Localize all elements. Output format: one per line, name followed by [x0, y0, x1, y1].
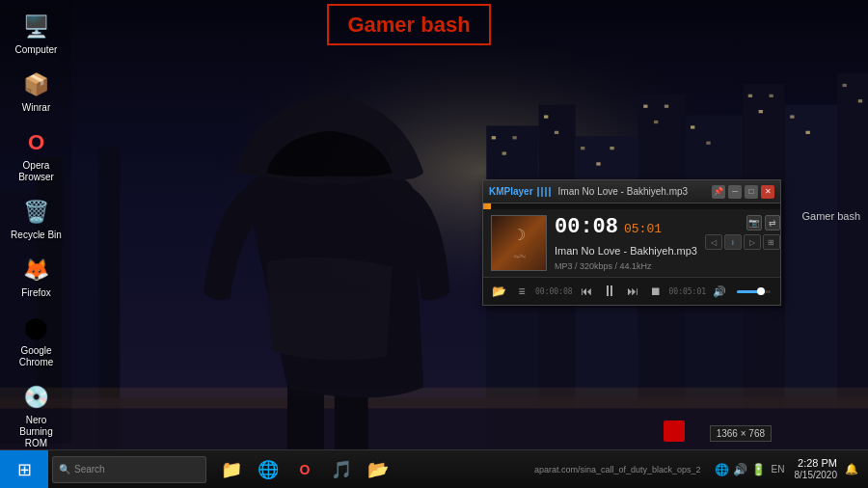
open-file-button[interactable]: 📂 [489, 282, 508, 301]
pb-icon-2[interactable]: I [724, 234, 742, 250]
maximize-button[interactable]: □ [745, 185, 758, 199]
album-art-decoration: ☽بخیه [512, 226, 526, 261]
gamer-bash-box: Gamer bash [327, 4, 491, 45]
taskbar-opera[interactable]: O [287, 452, 322, 487]
winrar-label: Winrar [22, 102, 50, 114]
opera-label: Opera Browser [10, 160, 64, 183]
system-clock[interactable]: 2:28 PM 8/15/2020 [795, 457, 838, 481]
svg-rect-28 [748, 95, 752, 97]
svg-rect-34 [858, 99, 862, 102]
svg-rect-15 [492, 136, 496, 139]
svg-rect-30 [769, 95, 773, 97]
kmplayer-window-controls: 📌 ─ □ ✕ [712, 185, 774, 199]
desktop-icon-recycle[interactable]: 🗑️ Recycle Bin [4, 193, 69, 245]
song-meta: MP3 / 320kbps / 44.1kHz [555, 261, 697, 271]
close-button[interactable]: ✕ [761, 185, 774, 199]
volume-button[interactable]: 🔊 [710, 282, 729, 301]
desktop-icon-opera[interactable]: O Opera Browser [4, 123, 69, 187]
seek-time-right: 00:05:01 [669, 287, 707, 296]
kmplayer-main-content: ☽بخیه 00:08 05:01 Iman No Love - Bakhiye… [483, 209, 780, 277]
volume-thumb [757, 287, 765, 295]
opera-icon: O [21, 127, 52, 158]
clock-date: 8/15/2020 [795, 470, 838, 481]
song-title: Iman No Love - Bakhiyeh.mp3 [555, 245, 697, 257]
computer-icon: 🖥️ [21, 12, 52, 42]
nero-label: Nero Burning ROM [10, 415, 64, 449]
video-icon[interactable]: 📷 [746, 215, 762, 230]
seek-time-left: 00:00:08 [535, 287, 573, 296]
desktop-icon-computer[interactable]: 🖥️ Computer [4, 8, 69, 60]
pb-icon-4[interactable]: ⊞ [763, 234, 780, 250]
equalizer-icon [537, 187, 553, 197]
pin-button[interactable]: 📌 [712, 185, 725, 199]
total-time: 05:01 [624, 222, 662, 236]
desktop-icon-nero[interactable]: 💿 Nero Burning ROM [4, 378, 69, 453]
kmplayer-controls-row1: 📂 ≡ 00:00:08 ⏮ ⏸ ⏭ ⏹ 00:05:01 🔊 [483, 277, 780, 305]
chrome-icon: ⬤ [21, 312, 52, 343]
prev-button[interactable]: ⏮ [577, 282, 596, 301]
svg-rect-24 [654, 121, 658, 123]
next-button[interactable]: ⏭ [623, 282, 642, 301]
kmplayer-logo: KMPlayer [489, 186, 533, 197]
svg-rect-25 [665, 105, 668, 108]
taskbar-tray: aparat.com/sina_call_of_duty_black_ops_2… [534, 457, 868, 481]
svg-rect-38 [0, 388, 868, 409]
desktop-sidebar: 🖥️ Computer 📦 Winrar O Opera Browser 🗑️ … [0, 0, 72, 444]
taskbar-edge[interactable]: 🌐 [251, 452, 285, 487]
network-icon[interactable]: 🌐 [715, 463, 729, 476]
svg-rect-22 [610, 147, 613, 149]
tray-icons: 🌐 🔊 🔋 [715, 463, 766, 476]
svg-rect-18 [544, 115, 548, 118]
svg-rect-32 [805, 131, 809, 134]
recycle-label: Recycle Bin [11, 230, 62, 241]
kmplayer-playback-speed-icons: ◁ I ▷ ⊞ [705, 234, 780, 250]
taskbar-search[interactable]: 🔍 Search [52, 456, 206, 483]
minimize-button[interactable]: ─ [728, 185, 742, 199]
tray-url-text: aparat.com/sina_call_of_duty_black_ops_2 [534, 465, 709, 474]
start-button[interactable]: ⊞ [0, 450, 48, 489]
svg-rect-27 [706, 142, 710, 145]
svg-rect-21 [596, 162, 600, 165]
resolution-indicator: 1366 × 768 [710, 425, 772, 442]
svg-rect-23 [643, 105, 647, 108]
svg-rect-26 [691, 125, 694, 128]
kmplayer-info: 00:08 05:01 Iman No Love - Bakhiyeh.mp3 … [555, 215, 697, 271]
desktop-icon-winrar[interactable]: 📦 Winrar [4, 66, 69, 118]
language-indicator[interactable]: EN [772, 464, 785, 474]
stop-button[interactable]: ⏹ [646, 282, 665, 301]
firefox-icon: 🦊 [21, 255, 52, 285]
tray-url-label: aparat.com/sina_call_of_duty_black_ops_2 [534, 465, 701, 474]
svg-rect-17 [512, 136, 516, 139]
svg-rect-31 [790, 115, 794, 118]
search-icon: 🔍 [59, 464, 70, 474]
taskbar-file-explorer[interactable]: 📁 [214, 452, 249, 487]
taskbar-media-player[interactable]: 🎵 [324, 452, 359, 487]
clock-time: 2:28 PM [798, 457, 837, 470]
volume-tray-icon[interactable]: 🔊 [733, 463, 747, 476]
shuffle-icon[interactable]: ⇄ [765, 215, 780, 230]
pb-icon-3[interactable]: ▷ [744, 234, 761, 250]
notification-icon[interactable]: 🔔 [843, 461, 860, 477]
desktop-icon-firefox[interactable]: 🦊 Firefox [4, 251, 69, 303]
progress-fill [483, 203, 491, 209]
play-pause-button[interactable]: ⏸ [600, 282, 619, 301]
firefox-label: Firefox [21, 287, 51, 299]
current-time: 00:08 [555, 215, 618, 239]
pb-icon-1[interactable]: ◁ [705, 234, 722, 250]
volume-seek-bar[interactable] [737, 290, 771, 293]
winrar-icon: 📦 [21, 69, 52, 100]
chrome-label: Google Chrome [10, 345, 64, 368]
kmplayer-right-icons: 📷 ⇄ [746, 215, 780, 230]
time-row: 00:08 05:01 [555, 215, 697, 239]
gamer-bash-right-label: Gamer bash [801, 210, 860, 222]
kmplayer-right-controls: 📷 ⇄ ◁ I ▷ ⊞ [705, 215, 780, 271]
windows-logo: ⊞ [17, 459, 32, 480]
svg-rect-29 [759, 110, 763, 113]
desktop-icon-chrome[interactable]: ⬤ Google Chrome [4, 309, 69, 372]
taskbar-folder[interactable]: 📂 [361, 452, 395, 487]
record-button[interactable] [664, 420, 685, 442]
kmplayer-top-progress[interactable] [483, 203, 780, 209]
kmplayer-title-text: Iman No Love - Bakhiyeh.mp3 [558, 186, 712, 197]
playlist-button[interactable]: ≡ [512, 282, 531, 301]
battery-icon[interactable]: 🔋 [751, 463, 766, 476]
